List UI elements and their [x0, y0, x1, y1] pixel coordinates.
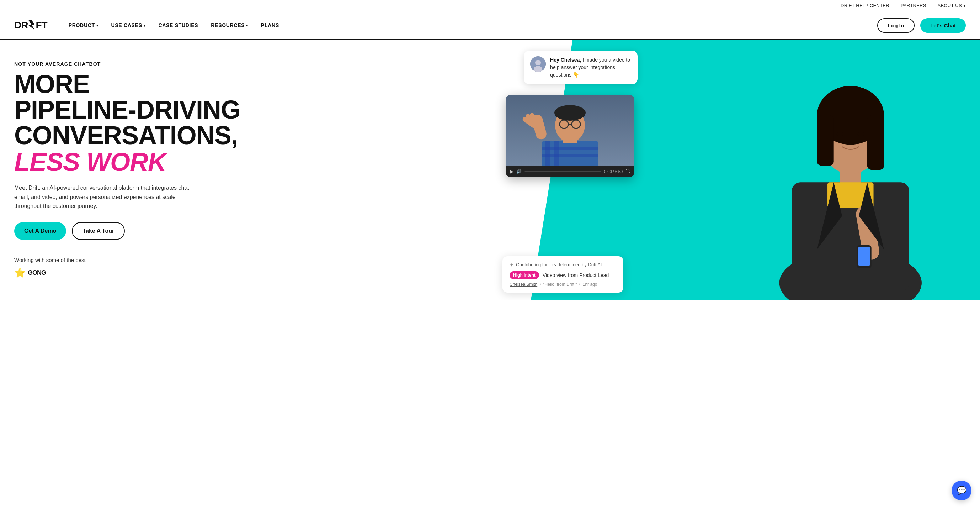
plans-nav[interactable]: PLANS [261, 22, 279, 28]
logo[interactable]: DRFT [14, 19, 47, 31]
hero-headline-line4: LESS WORK [14, 148, 495, 176]
ai-card-separator: • [539, 282, 541, 287]
ai-card-time: 1hr ago [583, 282, 597, 287]
chat-bubble: Hey Chelsea, I made you a video to help … [524, 51, 638, 85]
chat-bubble-text: Hey Chelsea, I made you a video to help … [550, 56, 631, 79]
video-progress-bar[interactable] [525, 171, 601, 172]
hero-text: NOT YOUR AVERAGE CHATBOT MORE PIPELINE-D… [0, 40, 509, 300]
hero-buttons: Get A Demo Take A Tour [14, 222, 495, 240]
partners-row: ⭐ GONG [14, 267, 495, 278]
lets-chat-button[interactable]: Let's Chat [920, 18, 966, 33]
ai-card-row: High intent Video view from Product Lead [509, 271, 616, 279]
partner-logo-1: ⭐ GONG [14, 267, 46, 278]
video-controls: ▶ 🔊 0:00 / 6:50 ⛶ [506, 166, 634, 177]
logo-text-end: FT [35, 19, 47, 31]
svg-rect-24 [542, 154, 598, 157]
partners-link[interactable]: PARTNERS [901, 3, 926, 8]
main-nav: DRFT PRODUCT ▾ USE CASES ▾ CASE STUDIES … [0, 11, 980, 40]
video-fullscreen-icon[interactable]: ⛶ [625, 169, 630, 174]
hero-headline-line2: PIPELINE-DRIVING [14, 97, 495, 123]
hero-section: NOT YOUR AVERAGE CHATBOT MORE PIPELINE-D… [0, 40, 980, 300]
hero-person [721, 40, 980, 300]
nav-actions: Log In Let's Chat [877, 18, 966, 33]
ai-card-meta: Chelsea Smith • "Hello, from Drift!" • 1… [509, 282, 616, 287]
use-cases-chevron-icon: ▾ [144, 24, 146, 27]
resources-nav[interactable]: RESOURCES ▾ [211, 22, 248, 28]
about-us-link[interactable]: ABOUT US ▾ [938, 3, 966, 8]
ai-card-person-link[interactable]: Chelsea Smith [509, 282, 537, 287]
chat-greeting: Hey Chelsea, [550, 57, 581, 63]
product-nav[interactable]: PRODUCT ▾ [68, 22, 99, 28]
ai-card-quote: "Hello, from Drift!" [543, 282, 577, 287]
ai-card: ✦ Contributing factors determined by Dri… [503, 256, 624, 293]
svg-point-14 [858, 132, 864, 136]
nav-links: PRODUCT ▾ USE CASES ▾ CASE STUDIES RESOU… [68, 22, 877, 28]
svg-rect-6 [867, 115, 884, 170]
product-chevron-icon: ▾ [96, 24, 99, 27]
video-time: 0:00 / 6:50 [604, 169, 623, 174]
video-card[interactable]: ✋ [506, 95, 634, 177]
video-play-icon[interactable]: ▶ [510, 169, 514, 174]
case-studies-nav[interactable]: CASE STUDIES [158, 22, 198, 28]
svg-rect-5 [817, 115, 834, 166]
person-silhouette [721, 40, 980, 300]
hero-visual: Hey Chelsea, I made you a video to help … [509, 40, 980, 300]
video-thumbnail: ✋ [506, 95, 634, 166]
svg-point-13 [837, 132, 843, 136]
take-tour-button[interactable]: Take A Tour [72, 222, 125, 240]
logo-text: DR [14, 19, 28, 31]
get-demo-button[interactable]: Get A Demo [14, 222, 66, 240]
hero-headline-line3: CONVERSATIONS, [14, 123, 495, 148]
hero-description: Meet Drift, an AI-powered conversational… [14, 183, 192, 211]
hero-headline-line1: MORE [14, 71, 495, 97]
logo-bolt-icon [29, 20, 35, 30]
hero-eyebrow: NOT YOUR AVERAGE CHATBOT [14, 61, 495, 67]
login-button[interactable]: Log In [877, 18, 915, 33]
drift-help-center-link[interactable]: DRIFT HELP CENTER [841, 3, 889, 8]
svg-point-30 [554, 105, 585, 121]
ai-card-header: ✦ Contributing factors determined by Dri… [509, 262, 616, 268]
svg-rect-23 [542, 147, 598, 150]
top-bar: DRIFT HELP CENTER PARTNERS ABOUT US ▾ [0, 0, 980, 11]
use-cases-nav[interactable]: USE CASES ▾ [111, 22, 146, 28]
ai-card-description: Video view from Product Lead [542, 272, 609, 278]
working-with-text: Working with some of the best [14, 257, 495, 263]
resources-chevron-icon: ▾ [246, 24, 248, 27]
svg-rect-10 [858, 247, 870, 266]
video-person-silhouette [506, 95, 634, 166]
video-volume-icon[interactable]: 🔊 [516, 169, 522, 174]
chat-avatar [530, 56, 546, 72]
ai-card-separator2: • [579, 282, 581, 287]
sparkle-icon: ✦ [509, 262, 514, 268]
svg-point-16 [535, 60, 541, 65]
high-intent-badge: High intent [509, 271, 539, 279]
